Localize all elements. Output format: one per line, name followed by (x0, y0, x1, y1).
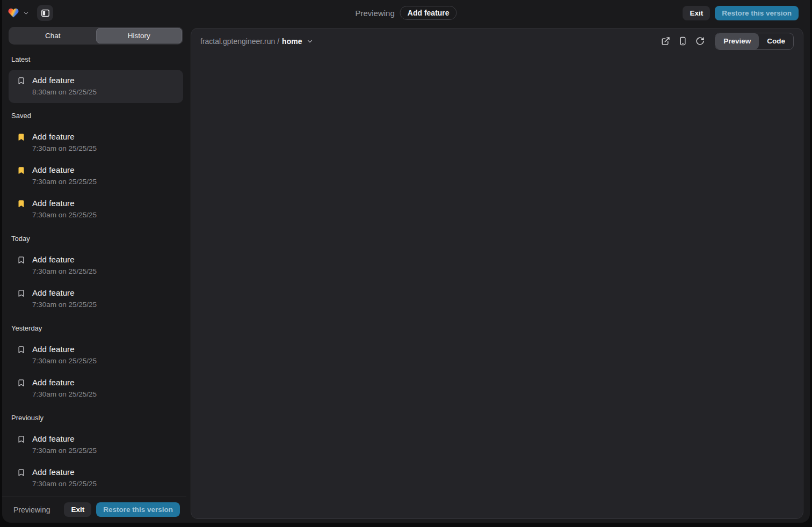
mobile-view-button[interactable] (676, 35, 689, 48)
history-item-timestamp: 7:30am on 25/25/25 (32, 390, 97, 398)
open-in-new-tab-icon (661, 36, 670, 46)
history-item[interactable]: Add feature 7:30am on 25/25/25 (9, 159, 183, 193)
preview-actions: Preview Code (655, 33, 794, 50)
content-area: Chat History Latest Add feature 8:30am o… (2, 26, 810, 523)
sidebar-footer: Previewing Exit Restore this version (2, 496, 186, 523)
topbar-right-group: Exit Restore this version (683, 6, 799, 20)
history-item-title: Add feature (32, 467, 97, 477)
restore-version-button[interactable]: Restore this version (715, 6, 799, 20)
bookmark-outline-icon (17, 289, 25, 297)
history-item-timestamp: 7:30am on 25/25/25 (32, 480, 97, 488)
history-item-title: Add feature (32, 378, 97, 387)
history-list: Latest Add feature 8:30am on 25/25/25 Sa… (2, 47, 186, 496)
section-title: Saved (9, 103, 183, 126)
refresh-icon (695, 36, 705, 46)
bookmark-outline-icon (17, 77, 25, 85)
app-window: Previewing Add feature Exit Restore this… (2, 0, 810, 523)
topbar-center-group: Previewing Add feature (355, 6, 456, 20)
history-item-title: Add feature (32, 288, 97, 297)
history-item-title: Add feature (32, 255, 97, 264)
preview-panel-header: fractal.gptengineer.run / home (191, 28, 803, 54)
section-title: Previously (9, 405, 183, 428)
toggle-code-button[interactable]: Code (759, 33, 793, 49)
footer-previewing-label: Previewing (13, 506, 50, 514)
history-item-timestamp: 7:30am on 25/25/25 (32, 357, 97, 365)
history-item-timestamp: 7:30am on 25/25/25 (32, 301, 97, 309)
footer-restore-version-button[interactable]: Restore this version (96, 502, 180, 517)
bookmark-outline-icon (17, 469, 25, 477)
section-title: Latest (9, 47, 183, 70)
url-chevron-down-icon (306, 38, 314, 45)
history-item-title: Add feature (32, 76, 97, 85)
exit-button[interactable]: Exit (683, 6, 710, 20)
top-bar: Previewing Add feature Exit Restore this… (2, 0, 810, 26)
bookmark-outline-icon (17, 379, 25, 387)
refresh-preview-button[interactable] (693, 35, 706, 48)
tab-chat[interactable]: Chat (10, 28, 96, 43)
section-today: Today Add feature 7:30am on 25/25/25 Add… (9, 226, 183, 316)
bookmark-filled-icon (17, 166, 25, 174)
history-item-title: Add feature (32, 345, 97, 354)
history-item-timestamp: 7:30am on 25/25/25 (32, 447, 97, 455)
previewing-label: Previewing (355, 9, 394, 18)
history-item[interactable]: Add feature 7:30am on 25/25/25 (9, 193, 183, 226)
open-in-new-tab-button[interactable] (659, 35, 672, 48)
view-toggle: Preview Code (715, 33, 794, 50)
history-item[interactable]: Add feature 7:30am on 25/25/25 (9, 462, 183, 495)
history-item[interactable]: Add feature 7:30am on 25/25/25 (9, 339, 183, 372)
topbar-left-group (8, 5, 53, 21)
history-item[interactable]: Add feature 7:30am on 25/25/25 (9, 249, 183, 282)
lovable-heart-logo-icon[interactable] (8, 7, 19, 19)
url-page: home (282, 37, 302, 46)
history-item[interactable]: Add feature 7:30am on 25/25/25 (9, 428, 183, 462)
history-item-timestamp: 7:30am on 25/25/25 (32, 211, 97, 219)
panel-left-icon (40, 8, 50, 18)
history-item[interactable]: Add feature 8:30am on 25/25/25 (9, 70, 183, 103)
history-sidebar: Chat History Latest Add feature 8:30am o… (2, 26, 186, 523)
bookmark-filled-icon (17, 200, 25, 208)
footer-exit-button[interactable]: Exit (64, 502, 91, 517)
sidebar-tabs: Chat History (9, 27, 183, 45)
mobile-view-icon (678, 36, 687, 46)
tab-history[interactable]: History (96, 28, 183, 43)
section-title: Yesterday (9, 316, 183, 339)
section-latest: Latest Add feature 8:30am on 25/25/25 (9, 47, 183, 103)
project-menu-chevron-down-icon[interactable] (23, 10, 30, 17)
section-saved: Saved Add feature 7:30am on 25/25/25 Add… (9, 103, 183, 226)
history-item[interactable]: Add feature 7:30am on 25/25/25 (9, 282, 183, 316)
section-previously: Previously Add feature 7:30am on 25/25/2… (9, 405, 183, 495)
bookmark-filled-icon (17, 133, 25, 141)
history-item[interactable]: Add feature 7:30am on 25/25/25 (9, 126, 183, 159)
history-item-title: Add feature (32, 199, 97, 208)
history-item-title: Add feature (32, 434, 97, 443)
bookmark-outline-icon (17, 256, 25, 264)
version-badge: Add feature (400, 6, 457, 20)
history-item-timestamp: 8:30am on 25/25/25 (32, 88, 97, 96)
bookmark-outline-icon (17, 346, 25, 354)
history-item-timestamp: 7:30am on 25/25/25 (32, 178, 97, 186)
history-item-timestamp: 7:30am on 25/25/25 (32, 144, 97, 152)
section-yesterday: Yesterday Add feature 7:30am on 25/25/25… (9, 316, 183, 405)
history-item-timestamp: 7:30am on 25/25/25 (32, 267, 97, 275)
url-domain: fractal.gptengineer.run / (200, 37, 279, 46)
section-title: Today (9, 226, 183, 249)
bookmark-outline-icon (17, 435, 25, 443)
preview-viewport[interactable] (191, 54, 803, 518)
preview-panel: fractal.gptengineer.run / home (191, 28, 803, 519)
toggle-preview-button[interactable]: Preview (715, 33, 759, 49)
sidebar-toggle-button[interactable] (37, 5, 53, 21)
url-bar[interactable]: fractal.gptengineer.run / home (200, 37, 314, 46)
history-item-title: Add feature (32, 132, 97, 141)
history-item-title: Add feature (32, 165, 97, 174)
history-item[interactable]: Add feature 7:30am on 25/25/25 (9, 372, 183, 405)
